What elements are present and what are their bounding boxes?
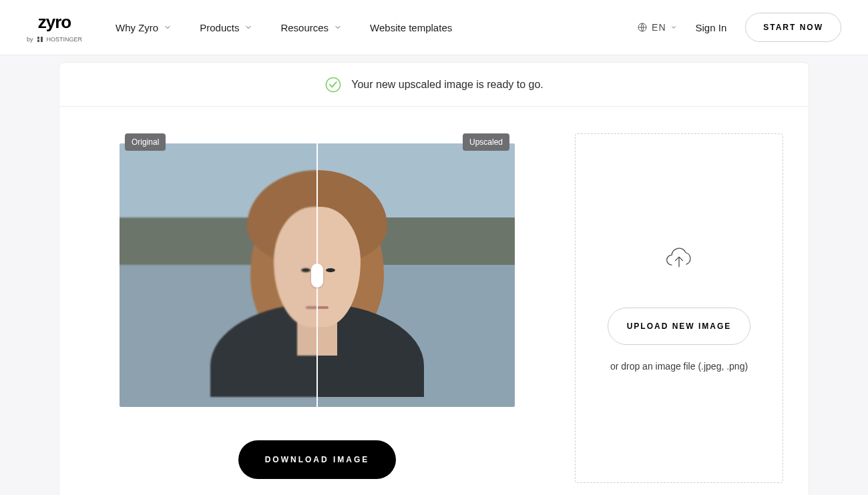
drop-hint-text: or drop an image file (.jpeg, .png): [610, 361, 748, 372]
nav-right: EN Sign In START NOW: [637, 13, 841, 42]
nav-item-website-templates[interactable]: Website templates: [370, 22, 452, 33]
hostinger-icon: [36, 35, 44, 43]
download-image-button[interactable]: DOWNLOAD IMAGE: [238, 440, 397, 479]
right-column: UPLOAD NEW IMAGE or drop an image file (…: [575, 133, 783, 483]
card-body: Original Upscaled: [59, 107, 809, 495]
compare-slider-handle[interactable]: [311, 264, 323, 288]
chevron-down-icon: [164, 23, 172, 31]
upload-new-image-button[interactable]: UPLOAD NEW IMAGE: [608, 308, 751, 345]
chevron-down-icon: [334, 23, 342, 31]
upscaled-tag: Upscaled: [463, 133, 509, 151]
nav-item-resources[interactable]: Resources: [280, 22, 342, 33]
status-banner: Your new upscaled image is ready to go.: [59, 63, 809, 107]
nav-label: Why Zyro: [116, 22, 158, 33]
content: Your new upscaled image is ready to go. …: [0, 55, 868, 495]
original-tag: Original: [125, 133, 166, 151]
start-now-label: START NOW: [763, 23, 823, 32]
nav-label: Resources: [280, 22, 329, 33]
upload-dropzone[interactable]: UPLOAD NEW IMAGE or drop an image file (…: [575, 133, 783, 483]
logo-text: zyro: [38, 12, 71, 33]
nav: Why Zyro Products Resources Website temp…: [116, 22, 637, 33]
header: zyro by HOSTINGER Why Zyro Products Reso…: [0, 0, 868, 55]
language-code: EN: [652, 22, 666, 33]
compare-wrapper: Original Upscaled: [120, 143, 515, 407]
nav-label: Products: [200, 22, 239, 33]
original-tag-label: Original: [132, 137, 159, 147]
logo-sub-brand: HOSTINGER: [47, 36, 83, 43]
drop-hint: or drop an image file (.jpeg, .png): [610, 361, 748, 372]
banner-message: Your new upscaled image is ready to go.: [351, 79, 544, 91]
logo[interactable]: zyro by HOSTINGER: [27, 12, 82, 43]
nav-label: Website templates: [370, 22, 452, 33]
image-compare: [120, 143, 515, 407]
check-circle-icon: [324, 76, 342, 93]
upscaled-tag-label: Upscaled: [469, 137, 503, 147]
result-card: Your new upscaled image is ready to go. …: [59, 62, 809, 495]
original-overlay: [120, 143, 317, 407]
nav-item-products[interactable]: Products: [200, 22, 252, 33]
start-now-button[interactable]: START NOW: [745, 13, 841, 42]
logo-subline: by HOSTINGER: [27, 35, 82, 43]
sign-in-label: Sign In: [696, 22, 727, 33]
chevron-down-icon: [670, 24, 677, 31]
language-selector[interactable]: EN: [637, 22, 676, 33]
left-column: Original Upscaled: [120, 133, 515, 483]
logo-sub-prefix: by: [27, 36, 33, 43]
cloud-upload-icon: [664, 245, 694, 272]
chevron-down-icon: [244, 23, 252, 31]
download-image-label: DOWNLOAD IMAGE: [265, 455, 370, 464]
upload-new-image-label: UPLOAD NEW IMAGE: [627, 322, 732, 331]
nav-item-why-zyro[interactable]: Why Zyro: [116, 22, 172, 33]
sign-in-link[interactable]: Sign In: [696, 22, 727, 33]
globe-icon: [637, 22, 648, 33]
